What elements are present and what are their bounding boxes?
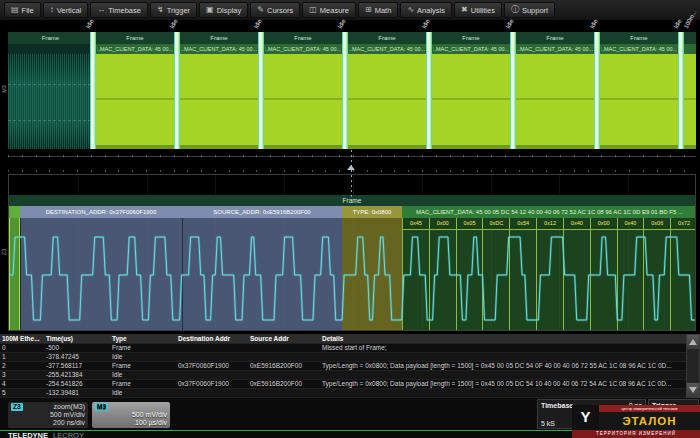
status-bar: Z3 zoom(M3) 500 mV/div 200 ns/div M3 500…	[0, 398, 700, 438]
z3-trace-tag: Z3	[11, 403, 23, 411]
scroll-up-button[interactable]	[687, 335, 699, 349]
time-axis-ticks	[8, 170, 696, 172]
decoded-frame-missed: Frame	[8, 32, 93, 149]
table-cell: Missed start of Frame;	[320, 344, 686, 352]
trigger-position-marker[interactable]	[347, 165, 355, 170]
menu-measure[interactable]: ◫Measure	[302, 2, 356, 18]
idle-gap	[258, 32, 264, 149]
table-row[interactable]: 5-132.39481Idle	[0, 389, 686, 398]
idle-gap	[342, 32, 348, 149]
frame-header-label: Frame	[600, 32, 678, 44]
table-row[interactable]: 0-500FrameMissed start of Frame;	[0, 344, 686, 353]
table-header-cell: Destination Addr	[176, 334, 248, 343]
m3-trace-tag: M3	[95, 403, 108, 411]
idle-label: Idle	[336, 18, 348, 30]
byte-box: 0x05	[456, 218, 483, 330]
table-cell	[248, 353, 320, 361]
z3-descriptor-box[interactable]: Z3 zoom(M3) 500 mV/div 200 ns/div	[8, 402, 88, 428]
menu-file[interactable]: ▤File	[4, 2, 41, 18]
idle-gap	[594, 32, 600, 149]
table-cell: 3	[0, 371, 44, 379]
overview-grid: FrameFrame..MAC_CLIENT_DATA: 45 00...Fra…	[8, 20, 696, 157]
decoded-frame: Frame..MAC_CLIENT_DATA: 45 00...	[516, 32, 594, 149]
support-icon: ⓘ	[511, 6, 519, 14]
byte-value-label: 0x54	[510, 218, 536, 230]
table-row[interactable]: 4-254.541826Frame0x37F0060F19000xE5916B2…	[0, 380, 686, 389]
z3-vertical-scale: 500 mV/div	[50, 411, 85, 419]
table-cell: 0x37F0060F1900	[176, 362, 248, 370]
table-header-cell: Type	[110, 334, 176, 343]
menu-analysis[interactable]: ∿Analysis	[400, 2, 452, 18]
menu-support[interactable]: ⓘSupport	[504, 2, 555, 18]
frame-body	[684, 54, 696, 149]
field-body	[20, 218, 182, 330]
scroll-down-button[interactable]	[687, 383, 699, 397]
trigger-position-line	[351, 150, 352, 197]
decode-overview-panel: M3 FrameFrame..MAC_CLIENT_DATA: 45 00...…	[0, 20, 700, 158]
menu-vertical[interactable]: ↕Vertical	[43, 2, 89, 18]
byte-value-label: 0x40	[564, 218, 590, 230]
scroll-track[interactable]	[687, 349, 699, 383]
table-cell	[248, 371, 320, 379]
byte-box: 0x45	[402, 218, 429, 330]
menu-label: Analysis	[417, 6, 445, 15]
byte-value-label: 0x06	[644, 218, 670, 230]
table-cell: Idle	[110, 389, 176, 397]
frame-header-label: Frame	[432, 32, 510, 44]
math-icon: ⊞	[365, 6, 372, 14]
menu-math[interactable]: ⊞Math	[358, 2, 398, 18]
menu-trigger[interactable]: ↯Trigger	[150, 2, 197, 18]
cursors-icon: ✎	[257, 6, 264, 14]
decoded-frame: Frame..MAC_CLIENT_DATA: 45 00...	[348, 32, 426, 149]
frame-subheader	[8, 44, 93, 54]
table-cell	[176, 389, 248, 397]
table-cell: Idle	[110, 371, 176, 379]
menu-label: Vertical	[57, 6, 82, 15]
frame-annotation-header: Frame	[9, 195, 695, 206]
frame-dense-waveform	[8, 54, 93, 149]
utilities-icon: ✖	[461, 6, 468, 14]
frame-mac-data-label: ..MAC_CLIENT_DATA: 45 00...	[600, 44, 678, 54]
idle-gap	[678, 32, 684, 149]
analysis-icon: ∿	[407, 6, 414, 14]
idle-label: Idle	[420, 18, 432, 30]
menu-bar: ▤File↕Vertical↔Timebase↯Trigger▣Display✎…	[0, 0, 700, 20]
field-body	[182, 218, 342, 330]
menu-display[interactable]: ▣Display	[199, 2, 248, 18]
byte-box: 0x40	[563, 218, 590, 330]
menu-cursors[interactable]: ✎Cursors	[250, 2, 300, 18]
table-cell: Idle	[110, 353, 176, 361]
trigger-icon: ↯	[157, 6, 164, 14]
table-cell: Frame	[110, 380, 176, 388]
frame-body	[96, 54, 174, 149]
menu-label: Measure	[320, 6, 349, 15]
table-cell	[176, 371, 248, 379]
oscilloscope-app: ▤File↕Vertical↔Timebase↯Trigger▣Display✎…	[0, 0, 700, 438]
menu-timebase[interactable]: ↔Timebase	[90, 2, 148, 18]
table-row[interactable]: 1-378.47245Idle	[0, 353, 686, 362]
frame-mac-data-label: ..MAC_CLIENT_DATA: 45 00...	[96, 44, 174, 54]
frame-header-label	[684, 32, 696, 44]
table-cell	[320, 389, 686, 397]
table-row[interactable]: 2-377.568117Frame0x37F0060F19000xE5916B2…	[0, 362, 686, 371]
m3-descriptor-box[interactable]: M3 500 mV/div 100 µs/div	[92, 402, 170, 428]
trace-label-z3: Z3	[1, 245, 7, 259]
frame-body	[180, 54, 258, 149]
byte-box: 0xDC	[482, 218, 509, 330]
menu-utilities[interactable]: ✖Utilities	[454, 2, 502, 18]
idle-gap	[510, 32, 516, 149]
byte-box: 0x12	[536, 218, 563, 330]
table-row[interactable]: 3-255.421384Idle	[0, 371, 686, 380]
table-cell: -255.421384	[44, 371, 110, 379]
frame-body	[600, 54, 678, 149]
field-preamble	[9, 206, 20, 330]
frame-body	[516, 54, 594, 149]
decode-zoom-panel: Z3 Frame DESTINATION_ADDR: 0x37F0060F190…	[0, 173, 700, 331]
frame-header-label: Frame	[8, 32, 93, 44]
table-cell: Type/Length = 0x0800; Data payload [leng…	[320, 362, 686, 370]
table-scrollbar[interactable]	[686, 334, 700, 398]
table-cell: 1	[0, 353, 44, 361]
decoded-frame: Frame..MAC_CLIENT_DATA: 45 00...	[600, 32, 678, 149]
byte-value-label: 0xDC	[483, 218, 509, 230]
calibration-watermark: Y центр измерительной техники ЭТАЛОН ТЕР…	[572, 405, 700, 438]
